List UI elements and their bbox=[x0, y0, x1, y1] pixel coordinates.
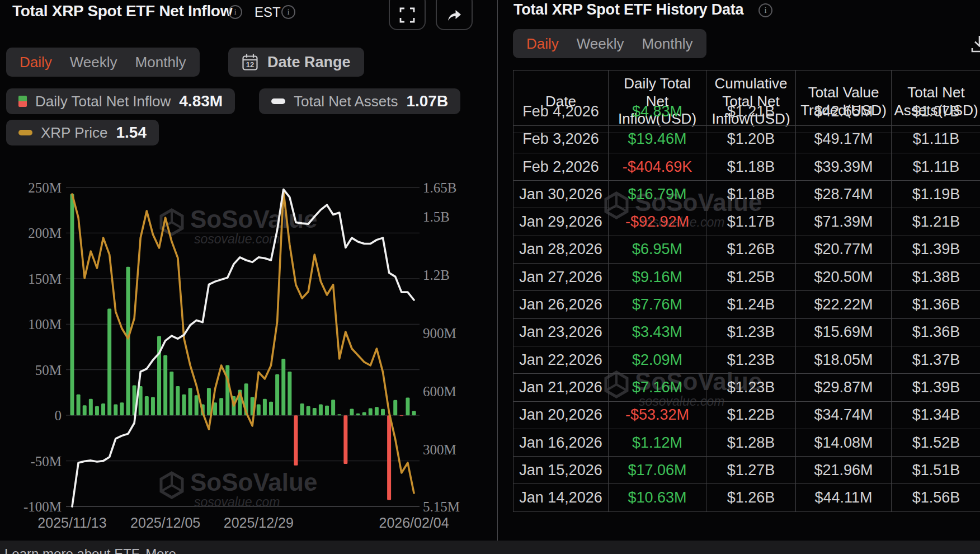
left-axis-tick: 200M bbox=[28, 226, 62, 241]
right-axis-tick: 1.2B bbox=[423, 267, 450, 283]
table-cell: $1.20B bbox=[706, 126, 796, 153]
inflow-bar bbox=[120, 402, 124, 415]
table-cell: $7.76M bbox=[609, 291, 706, 318]
table-cell: $1.56B bbox=[892, 484, 980, 511]
table-cell: $28.74M bbox=[796, 181, 892, 208]
table-cell: $1.23B bbox=[706, 346, 796, 374]
table-cell: $1.39B bbox=[892, 236, 980, 264]
table-cell-date: Jan 26,2026 bbox=[513, 291, 609, 318]
inflow-bar bbox=[107, 309, 111, 416]
table-cell: $1.38B bbox=[892, 264, 980, 291]
table-cell: $1.19B bbox=[892, 181, 980, 208]
inflow-bar bbox=[157, 336, 161, 415]
table-cell-date: Jan 21,2026 bbox=[513, 374, 609, 401]
inflow-bar bbox=[269, 402, 273, 415]
inflow-bar bbox=[294, 415, 298, 466]
table-cell: $18.05M bbox=[796, 346, 892, 374]
table-cell: $1.52B bbox=[892, 429, 980, 457]
legend-item-net-assets[interactable]: Total Net Assets 1.07B bbox=[259, 88, 460, 114]
table-cell: $22.22M bbox=[796, 291, 892, 318]
table-cell-date: Jan 15,2026 bbox=[513, 457, 609, 484]
share-button[interactable] bbox=[436, 0, 473, 30]
table-cell-date: Jan 30,2026 bbox=[513, 181, 609, 208]
svg-text:sosovalue.com: sosovalue.com bbox=[194, 495, 280, 509]
table-cell: $42.65M bbox=[796, 98, 892, 125]
inflow-bar bbox=[319, 405, 323, 416]
inflow-bar bbox=[325, 406, 329, 415]
tab-daily[interactable]: Daily bbox=[526, 35, 559, 53]
table-cell: $1.25B bbox=[706, 264, 796, 291]
inflow-bar bbox=[101, 403, 105, 415]
inflow-bar bbox=[163, 355, 167, 415]
legend-item-net-inflow[interactable]: Daily Total Net Inflow 4.83M bbox=[6, 88, 235, 114]
table-cell-date: Jan 27,2026 bbox=[513, 264, 609, 291]
inflow-bar bbox=[257, 405, 261, 416]
inflow-bar bbox=[207, 388, 211, 415]
learn-more-link[interactable]: Learn more about ETF, More bbox=[4, 546, 176, 554]
right-axis-tick: 900M bbox=[423, 326, 456, 341]
page-title: Total XRP Spot ETF Net Inflow bbox=[12, 2, 232, 20]
table-cell-date: Jan 20,2026 bbox=[513, 402, 609, 429]
legend-value: 1.07B bbox=[406, 92, 448, 110]
history-table: DateDaily Total Net Inflow(USD)Cumulativ… bbox=[513, 70, 980, 512]
legend-label: Daily Total Net Inflow bbox=[35, 93, 171, 110]
left-axis-tick: 50M bbox=[35, 363, 62, 378]
tab-monthly[interactable]: Monthly bbox=[135, 54, 186, 71]
inflow-bar bbox=[300, 403, 304, 415]
date-range-button[interactable]: 12 Date Range bbox=[228, 48, 364, 77]
tab-daily[interactable]: Daily bbox=[20, 54, 52, 71]
table-cell: $1.17B bbox=[706, 208, 796, 236]
table-cell-date: Jan 29,2026 bbox=[513, 208, 609, 236]
inflow-bar bbox=[288, 372, 291, 415]
table-cell: $16.79M bbox=[609, 181, 706, 208]
inflow-bar bbox=[213, 402, 217, 415]
download-button[interactable] bbox=[969, 34, 980, 57]
inflow-bar bbox=[381, 409, 385, 415]
table-cell: $44.11M bbox=[796, 484, 892, 511]
info-icon[interactable]: i bbox=[228, 5, 242, 19]
table-cell: $1.39B bbox=[892, 374, 980, 401]
right-axis-tick: 300M bbox=[423, 442, 456, 457]
inflow-bar bbox=[356, 414, 360, 415]
info-icon[interactable]: i bbox=[758, 3, 772, 17]
table-cell: $1.27B bbox=[706, 457, 796, 484]
table-cell-date: Feb 4,2026 bbox=[513, 98, 609, 125]
share-icon bbox=[446, 7, 463, 24]
inflow-bar bbox=[369, 409, 373, 416]
svg-text:12: 12 bbox=[246, 60, 254, 69]
table-cell: $15.69M bbox=[796, 319, 892, 346]
tab-weekly[interactable]: Weekly bbox=[70, 54, 117, 71]
table-cell: $20.50M bbox=[796, 264, 892, 291]
inflow-bar bbox=[275, 374, 279, 415]
legend-item-xrp-price[interactable]: XRP Price 1.54 bbox=[6, 120, 159, 145]
tab-monthly[interactable]: Monthly bbox=[642, 35, 693, 53]
table-cell: $1.26B bbox=[706, 236, 796, 264]
table-cell: $1.12M bbox=[609, 429, 706, 457]
tab-weekly[interactable]: Weekly bbox=[577, 35, 624, 53]
table-cell: -$92.92M bbox=[609, 208, 706, 236]
table-cell: $14.08M bbox=[796, 429, 892, 457]
table-cell-date: Jan 23,2026 bbox=[513, 319, 609, 346]
svg-text:sosovalue.com: sosovalue.com bbox=[194, 232, 280, 246]
table-cell: $1.23B bbox=[706, 374, 796, 401]
table-cell: $1.51B bbox=[892, 457, 980, 484]
inflow-bar bbox=[77, 395, 81, 415]
table-cell: $9.16M bbox=[609, 264, 706, 291]
inflow-bar bbox=[145, 396, 149, 415]
inflow-bar bbox=[406, 397, 409, 415]
info-icon[interactable]: i bbox=[281, 5, 295, 19]
panel-divider bbox=[497, 0, 498, 554]
table-cell: $49.17M bbox=[796, 126, 892, 153]
table-cell: $1.23B bbox=[706, 319, 796, 346]
fullscreen-button[interactable] bbox=[389, 0, 426, 30]
inflow-bar bbox=[189, 388, 192, 415]
download-icon bbox=[969, 34, 980, 55]
left-axis-tick: -50M bbox=[30, 454, 62, 469]
inflow-bar bbox=[83, 405, 87, 415]
inflow-bar bbox=[182, 395, 186, 415]
gold-dash-swatch-icon bbox=[18, 130, 32, 135]
table-cell: $4.83M bbox=[609, 98, 706, 125]
legend-value: 4.83M bbox=[179, 92, 223, 110]
x-axis-tick: 2025/12/29 bbox=[224, 515, 294, 530]
table-cell: $1.21B bbox=[892, 208, 980, 236]
